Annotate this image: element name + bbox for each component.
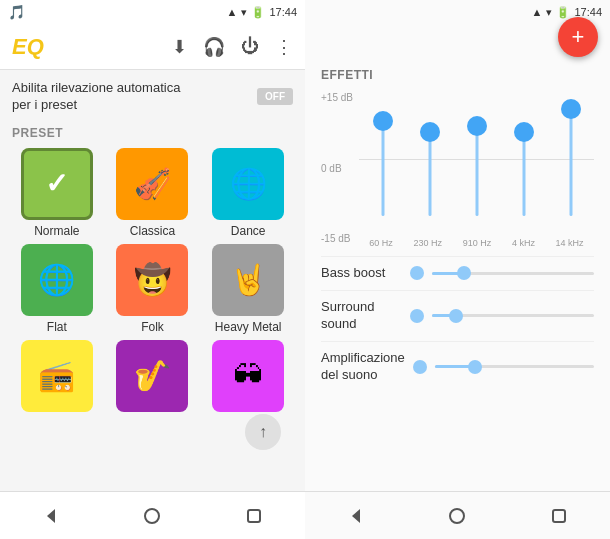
preset-icon-normale[interactable]: ✓ — [21, 148, 93, 220]
right-panel: ▲ ▾ 🔋 17:44 + EFFETTI +15 dB 0 dB -15 dB — [305, 0, 610, 539]
preset-icon-7[interactable]: 📻 — [21, 340, 93, 412]
scroll-up-button[interactable]: ↑ — [245, 414, 281, 450]
preset-grid: ✓ Normale 🎻 Classica 🌐 Dance — [12, 148, 293, 416]
app-icon: 🎵 — [8, 4, 25, 20]
download-icon[interactable]: ⬇ — [172, 36, 187, 58]
svg-point-1 — [145, 509, 159, 523]
preset-icon-9[interactable]: 🕶 — [212, 340, 284, 412]
eq-y-labels: +15 dB 0 dB -15 dB — [321, 88, 353, 248]
preset-item-7[interactable]: 📻 — [12, 340, 102, 416]
fab-row: + — [305, 24, 610, 60]
preset-item-9[interactable]: 🕶 — [203, 340, 293, 416]
eq-bar-910hz[interactable] — [462, 88, 492, 230]
left-nav-bar — [0, 491, 305, 539]
preset-item-8[interactable]: 🎷 — [108, 340, 198, 416]
freq-label-14khz: 14 kHz — [556, 238, 584, 248]
surround-slider[interactable] — [432, 314, 594, 317]
left-content: Abilita rilevazione automatica per i pre… — [0, 70, 305, 491]
left-home-button[interactable] — [128, 492, 176, 540]
auto-detect-row: Abilita rilevazione automatica per i pre… — [12, 80, 293, 114]
cowboy-icon: 🤠 — [134, 262, 171, 297]
app-title: EQ — [12, 34, 156, 60]
preset-item-dance[interactable]: 🌐 Dance — [203, 148, 293, 238]
svg-marker-0 — [47, 509, 55, 523]
right-signal-icon: ▲ — [532, 6, 543, 18]
svg-rect-5 — [553, 510, 565, 522]
left-square-button[interactable] — [230, 492, 278, 540]
auto-detect-label: Abilita rilevazione automatica per i pre… — [12, 80, 192, 114]
left-back-button[interactable] — [27, 492, 75, 540]
bass-boost-dot — [410, 266, 424, 280]
preset-item-heavymetal[interactable]: 🤘 Heavy Metal — [203, 244, 293, 334]
right-home-button[interactable] — [433, 492, 481, 540]
preset-item-folk[interactable]: 🤠 Folk — [108, 244, 198, 334]
preset-label-classica: Classica — [130, 224, 175, 238]
left-panel: 🎵 ▲ ▾ 🔋 17:44 EQ ⬇ 🎧 ⏻ ⋮ Abilita rilevaz… — [0, 0, 305, 539]
preset-icon-dance[interactable]: 🌐 — [212, 148, 284, 220]
left-status-bar: 🎵 ▲ ▾ 🔋 17:44 — [0, 0, 305, 24]
metal-icon: 🤘 — [230, 262, 267, 297]
power-icon[interactable]: ⏻ — [241, 36, 259, 57]
eq-label-mid: 0 dB — [321, 163, 353, 174]
eq-label-bot: -15 dB — [321, 233, 353, 244]
check-icon: ✓ — [45, 167, 68, 200]
right-wifi-icon: ▾ — [546, 6, 552, 19]
bass-boost-label: Bass boost — [321, 265, 402, 282]
eq-bar-14khz[interactable] — [556, 88, 586, 230]
eq-bar-60hz[interactable] — [368, 88, 398, 230]
svg-marker-3 — [352, 509, 360, 523]
right-battery-icon: 🔋 — [556, 6, 570, 19]
preset-label-dance: Dance — [231, 224, 266, 238]
eq-label-top: +15 dB — [321, 92, 353, 103]
battery-icon: 🔋 — [251, 6, 265, 19]
preset-icon-flat[interactable]: 🌐 — [21, 244, 93, 316]
freq-label-4khz: 4 kHz — [512, 238, 535, 248]
svg-point-4 — [450, 509, 464, 523]
preset-label-folk: Folk — [141, 320, 164, 334]
more-vert-icon[interactable]: ⋮ — [275, 36, 293, 58]
auto-detect-toggle[interactable]: OFF — [257, 88, 293, 105]
surround-dot — [410, 309, 424, 323]
right-content: EFFETTI +15 dB 0 dB -15 dB — [305, 60, 610, 491]
amplificazione-slider[interactable] — [435, 365, 594, 368]
right-square-button[interactable] — [535, 492, 583, 540]
eq-freq-labels: 60 Hz 230 Hz 910 Hz 4 kHz 14 kHz — [359, 238, 594, 248]
preset-label-normale: Normale — [34, 224, 79, 238]
svg-rect-2 — [248, 510, 260, 522]
preset-item-classica[interactable]: 🎻 Classica — [108, 148, 198, 238]
amplificazione-label: Amplificazione del suono — [321, 350, 405, 384]
eq-bar-230hz[interactable] — [415, 88, 445, 230]
preset-item-flat[interactable]: 🌐 Flat — [12, 244, 102, 334]
headphones-icon[interactable]: 🎧 — [203, 36, 225, 58]
preset-icon-8[interactable]: 🎷 — [116, 340, 188, 412]
arrow-up-icon: ↑ — [259, 423, 267, 441]
eq-bar-4khz[interactable] — [509, 88, 539, 230]
radio-icon: 📻 — [38, 358, 75, 393]
saxophone-icon: 🎷 — [134, 358, 171, 393]
preset-icon-classica[interactable]: 🎻 — [116, 148, 188, 220]
preset-label-flat: Flat — [47, 320, 67, 334]
preset-label-heavymetal: Heavy Metal — [215, 320, 282, 334]
preset-icon-folk[interactable]: 🤠 — [116, 244, 188, 316]
signal-icon: ▲ — [227, 6, 238, 18]
preset-item-normale[interactable]: ✓ Normale — [12, 148, 102, 238]
effect-row-bass-boost: Bass boost — [321, 256, 594, 290]
right-back-button[interactable] — [332, 492, 380, 540]
flat-icon: 🌐 — [38, 262, 75, 297]
wifi-icon: ▾ — [241, 6, 247, 19]
effects-section-label: EFFETTI — [321, 68, 594, 82]
right-nav-bar — [305, 491, 610, 539]
right-status-bar: ▲ ▾ 🔋 17:44 — [305, 0, 610, 24]
fab-add-button[interactable]: + — [558, 17, 598, 57]
left-time: 17:44 — [269, 6, 297, 18]
left-toolbar: EQ ⬇ 🎧 ⏻ ⋮ — [0, 24, 305, 70]
preset-section-label: PRESET — [12, 126, 293, 140]
bass-boost-slider[interactable] — [432, 272, 594, 275]
freq-label-230hz: 230 Hz — [414, 238, 443, 248]
preset-icon-heavymetal[interactable]: 🤘 — [212, 244, 284, 316]
amplificazione-dot — [413, 360, 427, 374]
effect-row-surround: Surround sound — [321, 290, 594, 341]
status-right: ▲ ▾ 🔋 17:44 — [227, 6, 297, 19]
status-left-icons: 🎵 — [8, 4, 25, 20]
scroll-indicator: ↑ — [12, 416, 293, 448]
